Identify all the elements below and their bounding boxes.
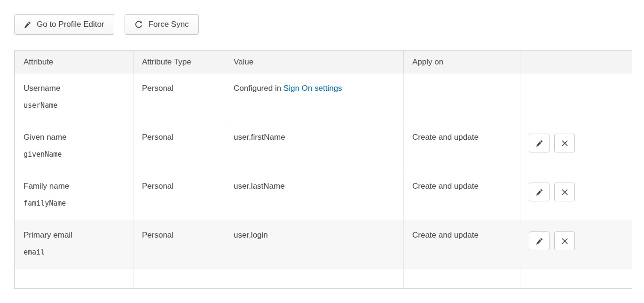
table-row-primary-email: Primary email email Personal user.login … bbox=[15, 220, 632, 269]
column-header-attribute: Attribute bbox=[15, 51, 134, 73]
attribute-cell: Primary email email bbox=[15, 220, 134, 269]
value-text: Configured in bbox=[234, 84, 283, 93]
attribute-variable-name: givenName bbox=[24, 150, 125, 159]
actions-cell bbox=[520, 122, 632, 171]
value-cell: user.login bbox=[225, 220, 404, 269]
close-icon bbox=[561, 140, 568, 147]
go-to-profile-editor-label: Go to Profile Editor bbox=[37, 20, 104, 29]
attribute-cell: Username userName bbox=[15, 73, 134, 122]
remove-attribute-button[interactable] bbox=[554, 134, 575, 152]
edit-attribute-button[interactable] bbox=[529, 183, 550, 201]
attribute-variable-name: email bbox=[24, 248, 125, 256]
attribute-type-cell: Personal bbox=[134, 220, 225, 269]
go-to-profile-editor-button[interactable]: Go to Profile Editor bbox=[14, 14, 114, 35]
attribute-type-cell: Personal bbox=[134, 171, 225, 220]
close-icon bbox=[561, 238, 568, 245]
attribute-label: Username bbox=[24, 84, 125, 93]
pencil-icon bbox=[536, 189, 543, 196]
attribute-mappings-table: Attribute Attribute Type Value Apply on … bbox=[14, 50, 632, 289]
attribute-label: Given name bbox=[24, 133, 125, 142]
toolbar: Go to Profile Editor Force Sync bbox=[0, 0, 644, 35]
apply-on-cell: Create and update bbox=[404, 220, 520, 269]
attribute-type-cell: Personal bbox=[134, 122, 225, 171]
table-row-family-name: Family name familyName Personal user.las… bbox=[15, 171, 632, 220]
sign-on-settings-link[interactable]: Sign On settings bbox=[283, 84, 342, 93]
actions-cell bbox=[520, 220, 632, 269]
table-header-row: Attribute Attribute Type Value Apply on bbox=[15, 51, 632, 73]
table-row-username: Username userName Personal Configured in… bbox=[15, 73, 632, 122]
pencil-icon bbox=[536, 238, 543, 245]
apply-on-cell bbox=[404, 73, 520, 122]
close-icon bbox=[561, 189, 568, 196]
attribute-label: Family name bbox=[24, 182, 125, 191]
apply-on-cell: Create and update bbox=[404, 122, 520, 171]
column-header-apply-on: Apply on bbox=[404, 51, 520, 73]
table-row-given-name: Given name givenName Personal user.first… bbox=[15, 122, 632, 171]
attribute-variable-name: userName bbox=[24, 101, 125, 110]
attribute-variable-name: familyName bbox=[24, 199, 125, 207]
attribute-cell: Given name givenName bbox=[15, 122, 134, 171]
column-header-attribute-type: Attribute Type bbox=[134, 51, 225, 73]
pencil-icon bbox=[536, 140, 543, 147]
table-row-partial bbox=[15, 269, 632, 288]
attribute-cell: Family name familyName bbox=[15, 171, 134, 220]
remove-attribute-button[interactable] bbox=[554, 231, 575, 250]
value-cell: user.lastName bbox=[225, 171, 404, 220]
edit-attribute-button[interactable] bbox=[529, 134, 550, 152]
actions-cell bbox=[520, 73, 632, 122]
force-sync-label: Force Sync bbox=[149, 20, 189, 29]
column-header-value: Value bbox=[225, 51, 404, 73]
column-header-actions bbox=[520, 51, 632, 73]
value-cell: user.firstName bbox=[225, 122, 404, 171]
attribute-type-cell: Personal bbox=[134, 73, 225, 122]
remove-attribute-button[interactable] bbox=[554, 183, 575, 201]
force-sync-button[interactable]: Force Sync bbox=[125, 14, 199, 35]
refresh-icon bbox=[134, 20, 143, 29]
actions-cell bbox=[520, 171, 632, 220]
attribute-label: Primary email bbox=[24, 231, 125, 240]
apply-on-cell: Create and update bbox=[404, 171, 520, 220]
edit-attribute-button[interactable] bbox=[529, 231, 550, 250]
pencil-icon bbox=[24, 21, 31, 28]
value-cell: Configured in Sign On settings bbox=[225, 73, 404, 122]
